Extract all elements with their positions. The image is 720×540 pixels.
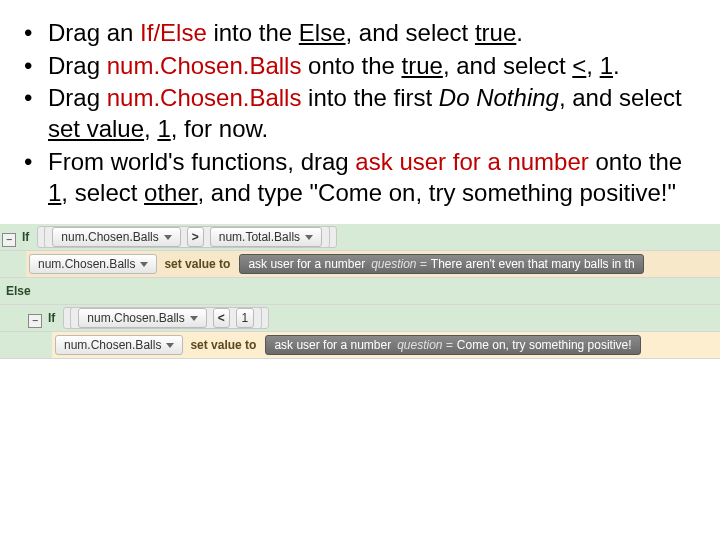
instruction-text: Drag an If/Else into the Else, and selec… [0,0,720,224]
outer-body-row[interactable]: num.Chosen.Balls set value to ask user f… [0,251,720,278]
ask-user-func-tile[interactable]: ask user for a number question = There a… [239,254,643,274]
indent [0,332,26,358]
bullet-1: Drag an If/Else into the Else, and selec… [48,18,692,49]
op-gt[interactable]: > [187,227,204,247]
indent [0,251,26,277]
indent [0,305,26,331]
var-tile-total[interactable]: num.Total.Balls [210,227,322,247]
collapse-toggle-icon[interactable]: − [28,314,42,328]
inner-body-row[interactable]: num.Chosen.Balls set value to ask user f… [0,332,720,359]
bullet-2: Drag num.Chosen.Balls onto the true, and… [48,51,692,82]
ask-user-func-tile[interactable]: ask user for a number question = Come on… [265,335,640,355]
outer-if-row[interactable]: − If num.Chosen.Balls > num.Total.Balls [0,224,720,251]
if-keyword: If [46,311,55,325]
condition-inner-wrap: num.Chosen.Balls > num.Total.Balls [44,226,330,248]
inner-if-row[interactable]: − If num.Chosen.Balls < 1 [0,305,720,332]
indent [26,332,52,358]
condition-wrap[interactable]: num.Chosen.Balls < 1 [63,307,268,329]
condition-inner-wrap: num.Chosen.Balls < 1 [70,307,261,329]
var-tile-chosen[interactable]: num.Chosen.Balls [52,227,180,247]
op-lt[interactable]: < [213,308,230,328]
code-block-area: − If num.Chosen.Balls > num.Total.Balls … [0,224,720,359]
else-row: Else [0,278,720,305]
var-tile-chosen[interactable]: num.Chosen.Balls [78,308,206,328]
collapse-toggle-icon[interactable]: − [2,233,16,247]
if-keyword: If [20,230,29,244]
condition-wrap[interactable]: num.Chosen.Balls > num.Total.Balls [37,226,337,248]
else-keyword: Else [4,284,31,298]
bullet-4: From world's functions, drag ask user fo… [48,147,692,208]
var-tile-chosen[interactable]: num.Chosen.Balls [55,335,183,355]
bullet-3: Drag num.Chosen.Balls into the first Do … [48,83,692,144]
set-value-label: set value to [190,338,256,352]
num-one[interactable]: 1 [236,308,254,328]
set-value-label: set value to [164,257,230,271]
var-tile-chosen[interactable]: num.Chosen.Balls [29,254,157,274]
